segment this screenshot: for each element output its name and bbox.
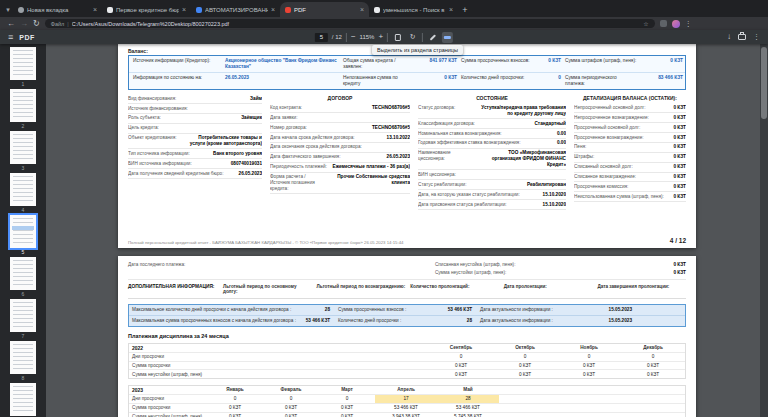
table-row: Сумма неустойки (штраф, пеня) 0 КЗТ 0 КЗ… [129,413,685,417]
page-thumbnail[interactable]: 2 [0,89,46,129]
tab-title: уменьшился - Поиск в Goog [383,7,446,13]
zoom-in-button[interactable]: + [378,33,383,41]
pdf-toolbar: ≡ PDF / 12 − 115% + ↻ ↓ ⋮ Выделить из ра… [0,30,768,44]
page-thumbnail[interactable]: 1 [0,47,46,87]
back-icon[interactable]: ← [7,20,15,28]
reload-icon[interactable]: ↻ [33,20,40,28]
page-thumbnail[interactable]: 5 [0,215,46,255]
pdf-menu-icon[interactable]: ≡ [8,33,13,42]
page-number-input[interactable] [315,33,328,42]
tab-close-icon[interactable]: × [271,6,275,13]
thumbnail-preview[interactable] [10,257,36,290]
extensions-icon[interactable] [660,20,667,27]
table-body: Дни просрочки 0 0 0 0 Сумма просрочки 0 … [129,353,685,379]
cell: 0 КЗТ [557,362,621,370]
field-label: БИН источника информации: [128,161,228,167]
detail-row: Просроченная комиссия: 0 КЗТ [574,182,686,192]
tab-close-icon[interactable]: × [93,6,97,13]
field-value: 0 КЗТ [673,164,686,170]
field-value: 0 КЗТ [673,135,686,141]
browser-tab[interactable]: уменьшился - Поиск в Goog × [369,2,458,17]
tab-close-icon[interactable]: × [182,6,186,13]
column-header: ДЕТАЛИЗАЦИЯ БАЛАНСА (ОСТАТКИ): [574,94,686,103]
thumbnail-preview[interactable] [10,131,36,164]
download-icon[interactable]: ↓ [727,33,731,41]
detail-row: Годовая эффективная ставка вознаграждени… [418,139,566,149]
toolbar-divider [422,33,423,42]
field-label: Дата получения сведений кредитным бюро: [128,171,236,177]
detail-row: Дата начала срока действия договора: 13.… [270,133,410,143]
address-bar[interactable]: Файл | C:/Users/Asus/Downloads/Telegram%… [45,19,655,28]
thumbnail-preview[interactable] [10,299,36,332]
field-value: 0 КЗТ [533,57,563,71]
contract-rows: Код контракта: TECHNO68706#5 Дата заявки… [270,103,410,194]
table-row: Сумма просрочки 0 КЗТ 0 КЗТ 0 КЗТ 53 466… [129,404,685,413]
thumbnail-number: 2 [0,123,46,129]
toolbar-tooltip: Выделить из раздела страницы [372,45,463,55]
pen-icon [429,34,435,40]
bookmark-star-icon[interactable]: ☆ [643,20,648,27]
field-label: Списанная неустойка (штраф, пеня): [435,262,670,268]
zoom-out-button[interactable]: − [351,33,356,41]
contract-column: ДОГОВОР Код контракта: TECHNO68706#5 Да [270,94,410,234]
thumbnail-preview[interactable] [10,383,36,416]
row-label: Дни просрочки [129,354,429,360]
field-label: Количество дней просрочки : [338,318,430,324]
pdf-more-icon[interactable]: ⋮ [753,33,760,41]
field-label: Максимальное количество дней просрочки с… [132,307,302,313]
tab-search-icon[interactable]: ▾ [3,2,13,17]
detail-row: Статус реабилитации: Реабилитирован [418,180,566,190]
field-label: Количество дней просрочки: [459,74,533,88]
browser-tab[interactable]: Первое кредитное бюро - Пе × [102,2,191,17]
browser-tab[interactable]: PDF × [280,2,369,17]
tab-close-icon[interactable]: × [360,6,364,13]
zoom-level: 115% [360,34,375,40]
thumbnail-preview[interactable] [10,215,36,248]
profile-avatar[interactable] [672,20,680,28]
field-value: 26.05.2023 [387,154,410,160]
detail-row: Объект кредитования: Потребительские тов… [128,134,262,150]
thumbnail-number: 8 [0,375,46,381]
balance-summary-box: Источник информации (Кредитор): Акционер… [128,55,686,90]
page-thumbnail[interactable]: 4 [0,173,46,213]
field-label: Сумма периодического платежа: [563,74,639,88]
browser-tab[interactable]: АВТОМАТИЗИРОВАННАЯ ИН × [191,2,280,17]
detail-row: Код контракта: TECHNO68706#5 [270,103,410,113]
page-thumbnail[interactable]: 3 [0,131,46,171]
field-label: Роль субъекта: [128,115,238,121]
field-value: 83 466 КЗТ [639,74,685,88]
field-value: 0 КЗТ [673,125,686,131]
vertical-scrollbar[interactable] [760,44,768,417]
thumbnail-preview[interactable] [10,89,36,122]
fit-page-button[interactable] [392,32,403,43]
scrollbar-thumb[interactable] [761,47,767,119]
field-value: 0 КЗТ [673,115,686,121]
highlighter-icon [444,36,451,39]
table-header-row: 2022 Сентябрь Октябрь Ноябрь Декабрь [129,344,685,353]
rotate-button[interactable]: ↻ [407,32,418,43]
pdf-toolbar-right: ↓ ⋮ [727,33,760,41]
browser-tab[interactable]: Новая вкладка × [13,2,102,17]
table-row: Дни просрочки 0 0 0 17 28 [129,395,685,404]
highlight-button[interactable] [442,32,453,43]
page-thumbnail[interactable]: 7 [0,299,46,339]
print-icon[interactable] [738,34,746,40]
draw-button[interactable] [427,32,438,43]
tab-close-icon[interactable]: × [449,6,453,13]
field-value: 28 [430,318,480,324]
tab-list: Новая вкладка × Первое кредитное бюро - … [13,2,458,17]
forward-icon[interactable]: → [20,20,28,28]
field-label: Неиспользованная сумма (штраф, пеня): [574,194,670,200]
thumbnail-preview[interactable] [10,47,36,80]
tab-favicon [196,7,202,13]
continuation-rows: Дата последнего платежа: Списанная неуст… [128,261,686,280]
page-thumbnail[interactable]: 6 [0,257,46,297]
cell: 0 КЗТ [429,362,493,370]
field-label: Просроченный основной долг: [574,125,670,131]
thumbnail-preview[interactable] [10,173,36,206]
page-thumbnail[interactable]: 9 [0,383,46,417]
page-thumbnail[interactable]: 8 [0,341,46,381]
browser-menu-icon[interactable]: ⋮ [685,20,692,28]
thumbnail-preview[interactable] [10,341,36,374]
new-tab-button[interactable]: + [458,2,472,17]
